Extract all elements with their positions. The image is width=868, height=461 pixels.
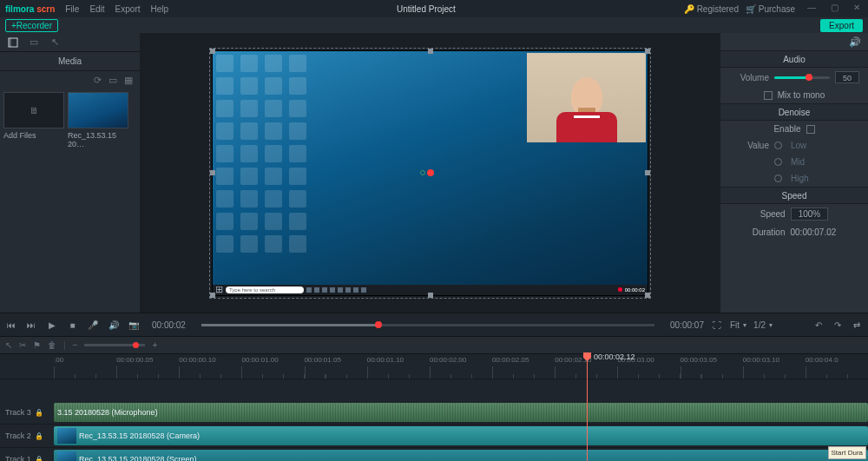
left-panel: ▭ ↖ Media ⟳ ▭ ▦ 🗎 Add Files Rec_13.53.15…	[0, 33, 140, 313]
enable-label: Enable	[773, 124, 800, 134]
lock-icon[interactable]: 🔒	[35, 432, 43, 440]
scrub-knob[interactable]	[375, 321, 382, 328]
resize-handle[interactable]	[645, 170, 650, 175]
refresh-icon[interactable]: ⟳	[94, 75, 102, 86]
pointer-tool[interactable]: ↖	[5, 340, 12, 350]
snapshot-button[interactable]: 📷	[128, 319, 140, 331]
radio-low[interactable]	[774, 142, 782, 149]
resize-handle[interactable]	[428, 49, 433, 54]
svg-rect-1	[9, 38, 11, 47]
menu-export[interactable]: Export	[115, 4, 141, 14]
time-ruler[interactable]: .0000:00:00.0500:00:00.1000:00:01.0000:0…	[0, 354, 868, 379]
record-dot-icon	[618, 287, 622, 292]
clip-camera[interactable]: Rec_13.53.15 20180528 (Camera)	[54, 426, 868, 445]
playhead[interactable]: 00:00:02.12	[587, 354, 588, 461]
tab-annotations[interactable]: ▭	[28, 36, 40, 49]
volume-slider[interactable]	[774, 76, 830, 79]
clip-screen[interactable]: Rec_13.53.15 20180528 (Screen)	[54, 450, 868, 461]
volume-value[interactable]: 50	[835, 71, 859, 83]
speaker-icon[interactable]: 🔊	[849, 36, 861, 48]
resize-handle[interactable]	[210, 293, 215, 298]
denoise-section: Denoise	[720, 103, 868, 121]
menu-file[interactable]: File	[65, 4, 79, 14]
audio-section: Audio	[720, 50, 868, 68]
loop-button[interactable]: ⇄	[851, 319, 863, 331]
tooltip: Start Dura	[828, 446, 866, 459]
registered-link[interactable]: 🔑 Registered	[684, 4, 739, 14]
add-file-icon: 🗎	[30, 105, 39, 115]
transport-bar: ⏮ ⏭ ▶ ■ 🎤 🔊 📷 00:00:02 00:00:07 ⛶ Fit▾ 1…	[0, 313, 868, 337]
webcam-overlay[interactable]	[527, 53, 646, 142]
radio-mid[interactable]	[774, 158, 782, 166]
timeline: .0000:00:00.0500:00:00.1000:00:01.0000:0…	[0, 354, 868, 461]
media-clip[interactable]: Rec_13.53.15 20…	[68, 92, 128, 309]
grid-view-icon[interactable]: ▦	[124, 75, 133, 86]
menu-bar: filmora scrn File Edit Export Help Untit…	[0, 0, 868, 17]
duration-value: 00:00:07.02	[790, 227, 836, 237]
delete-button[interactable]: 🗑	[48, 340, 56, 350]
next-frame-button[interactable]: ⏭	[26, 319, 38, 331]
tab-cursor[interactable]: ↖	[49, 36, 61, 49]
resize-handle[interactable]	[210, 49, 215, 54]
enable-denoise-checkbox[interactable]	[806, 125, 815, 134]
lock-icon[interactable]: 🔒	[35, 409, 43, 417]
current-time: 00:00:02	[152, 320, 186, 330]
redo-button[interactable]: ↷	[832, 319, 844, 331]
minimize-button[interactable]: —	[806, 3, 818, 15]
stop-button[interactable]: ■	[67, 319, 79, 331]
tab-media[interactable]	[7, 36, 19, 49]
preview-panel: ⊞ Type here to search 00:00:02	[140, 33, 720, 313]
play-button[interactable]: ▶	[46, 319, 58, 331]
track-3: Track 3🔒 3.15 20180528 (Microphone)	[0, 401, 868, 425]
maximize-button[interactable]: ▢	[828, 3, 840, 15]
zoom-select[interactable]: 1/2	[753, 320, 766, 330]
folder-icon[interactable]: ▭	[108, 75, 117, 86]
center-marker	[420, 170, 425, 175]
recorder-button[interactable]: +Recorder	[5, 19, 58, 32]
resize-handle[interactable]	[645, 49, 650, 54]
add-files-cell[interactable]: 🗎 Add Files	[3, 92, 64, 309]
start-icon: ⊞	[215, 284, 223, 295]
project-title: Untitled Project	[397, 4, 456, 14]
media-toolbar: ⟳ ▭ ▦	[0, 71, 140, 89]
timeline-zoom-slider[interactable]	[84, 344, 145, 346]
mic-icon[interactable]: 🎤	[87, 319, 99, 331]
scrub-bar[interactable]	[201, 324, 654, 326]
duration-label: Duration	[753, 227, 786, 237]
timeline-toolbar: ↖ ✂ ⚑ 🗑 | − +	[0, 337, 868, 354]
cut-tool[interactable]: ✂	[19, 340, 26, 350]
track-2: Track 2🔒 Rec_13.53.15 20180528 (Camera)	[0, 425, 868, 448]
radio-high[interactable]	[774, 175, 782, 182]
record-time: 00:00:02	[625, 287, 645, 293]
fit-select[interactable]: Fit	[730, 320, 740, 330]
speed-value[interactable]: 100%	[791, 207, 829, 221]
close-button[interactable]: ✕	[851, 3, 863, 15]
undo-button[interactable]: ↶	[812, 319, 825, 331]
speed-section: Speed	[720, 187, 868, 204]
pivot-marker[interactable]	[427, 169, 434, 176]
preview-canvas[interactable]: ⊞ Type here to search 00:00:02	[212, 50, 648, 296]
clip-microphone[interactable]: 3.15 20180528 (Microphone)	[54, 403, 868, 422]
total-time: 00:00:07	[670, 320, 704, 330]
mix-mono-checkbox[interactable]	[764, 91, 773, 100]
export-button[interactable]: Export	[820, 19, 863, 32]
purchase-link[interactable]: 🛒 Purchase	[746, 4, 795, 14]
app-logo: filmora scrn	[5, 4, 55, 14]
media-header: Media	[0, 52, 140, 71]
mix-mono-label: Mix to mono	[778, 90, 825, 100]
prev-frame-button[interactable]: ⏮	[5, 319, 17, 331]
speed-label: Speed	[760, 209, 786, 219]
lock-icon[interactable]: 🔒	[35, 456, 43, 462]
resize-handle[interactable]	[645, 293, 650, 298]
chevron-down-icon: ▾	[769, 321, 773, 329]
taskbar-search: Type here to search	[226, 286, 304, 293]
resize-handle[interactable]	[210, 170, 215, 175]
volume-icon[interactable]: 🔊	[108, 319, 120, 331]
menu-edit[interactable]: Edit	[89, 4, 104, 14]
second-bar: +Recorder Export	[0, 17, 868, 33]
panel-tabs: ▭ ↖	[0, 33, 140, 52]
fullscreen-button[interactable]: ⛶	[711, 319, 723, 331]
marker-tool[interactable]: ⚑	[33, 340, 41, 350]
resize-handle[interactable]	[428, 293, 433, 298]
menu-help[interactable]: Help	[151, 4, 169, 14]
